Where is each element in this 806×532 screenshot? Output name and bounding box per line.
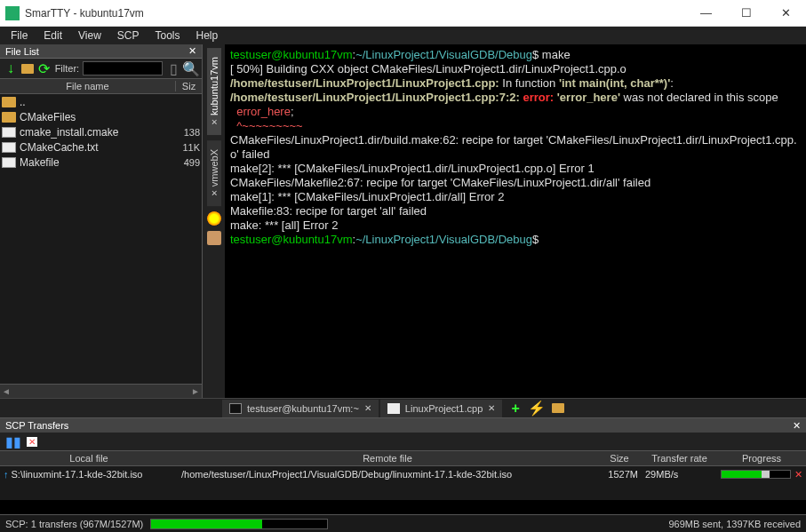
new-tab-button[interactable]: + — [506, 400, 525, 417]
file-size: 11K — [175, 142, 202, 153]
col-local-file[interactable]: Local file — [0, 453, 178, 464]
cancel-transfer-icon[interactable]: ✕ — [794, 469, 802, 480]
lightning-icon[interactable]: ⚡ — [527, 400, 547, 417]
filter-search-icon[interactable]: 🔍 — [184, 61, 198, 75]
scp-rate: 29MB/s — [642, 469, 717, 480]
scp-title: SCP Transfers — [5, 420, 68, 431]
close-icon[interactable]: ✕ — [210, 117, 219, 126]
file-row[interactable]: CMakeFiles — [0, 109, 202, 124]
file-row[interactable]: .. — [0, 94, 202, 109]
pause-icon[interactable]: ▮▮ — [5, 433, 21, 450]
open-folder-icon[interactable] — [21, 64, 34, 74]
file-name: .. — [20, 96, 175, 108]
close-button[interactable]: ✕ — [766, 0, 806, 27]
history-icon[interactable] — [207, 231, 221, 245]
scp-remote-file: /home/testuser/LinuxProject1/VisualGDB/D… — [178, 469, 597, 480]
vtab-kubuntu17vm[interactable]: ✕kubuntu17vm — [207, 48, 221, 135]
scp-transfers-panel: SCP Transfers ✕ ▮▮ ✕ Local file Remote f… — [0, 417, 806, 500]
scp-header: SCP Transfers ✕ — [0, 418, 806, 433]
file-row[interactable]: CMakeCache.txt11K — [0, 139, 202, 155]
scp-columns: Local file Remote file Size Transfer rat… — [0, 450, 806, 466]
scp-progress-cell: ✕ — [717, 469, 806, 480]
download-icon[interactable]: ↓ — [4, 61, 18, 75]
col-remote-file[interactable]: Remote file — [178, 453, 597, 464]
col-filesize[interactable]: Siz — [175, 81, 202, 91]
file-icon — [2, 127, 16, 138]
file-list-header: File List ✕ — [0, 44, 202, 59]
window-titlebar: SmarTTY - kubuntu17vm — ☐ ✕ — [0, 0, 806, 27]
file-name: CMakeFiles — [20, 111, 175, 123]
window-title: SmarTTY - kubuntu17vm — [25, 7, 686, 20]
tab-terminal[interactable]: testuser@kubuntu17vm:~ ✕ — [222, 400, 379, 417]
close-icon[interactable]: ✕ — [488, 403, 495, 413]
vtab-vmwebx[interactable]: ✕vmwebX — [207, 140, 221, 206]
folder-icon — [2, 112, 16, 123]
file-list-title: File List — [5, 46, 39, 57]
scp-toolbar: ▮▮ ✕ — [0, 433, 806, 450]
col-transfer-rate[interactable]: Transfer rate — [642, 453, 717, 464]
file-name: cmake_install.cmake — [20, 126, 175, 139]
close-icon[interactable]: ✕ — [210, 188, 219, 197]
minimize-button[interactable]: — — [686, 0, 726, 27]
menu-scp[interactable]: SCP — [110, 28, 147, 43]
file-list-close-icon[interactable]: ✕ — [188, 45, 196, 57]
menu-edit[interactable]: Edit — [36, 28, 69, 43]
cancel-all-icon[interactable]: ✕ — [27, 437, 37, 447]
status-progress-bar — [150, 519, 328, 529]
menu-view[interactable]: View — [71, 28, 108, 43]
vertical-tab-strip: ✕kubuntu17vm ✕vmwebX — [203, 44, 225, 398]
status-network: 969MB sent, 1397KB received — [668, 519, 801, 529]
file-icon — [387, 403, 400, 414]
status-transfers: SCP: 1 transfers (967M/1527M) — [5, 519, 143, 529]
file-name: CMakeCache.txt — [20, 141, 175, 154]
file-list-body: ..CMakeFilescmake_install.cmake138CMakeC… — [0, 94, 202, 170]
file-list-panel: File List ✕ ↓ ⟳ Filter: ▯ 🔍 File name Si… — [0, 44, 203, 398]
file-size: 138 — [175, 127, 202, 138]
file-list-hscroll[interactable]: ◄► — [0, 384, 202, 398]
scp-transfer-row[interactable]: ↑ S:\linuxmint-17.1-kde-32bit.iso /home/… — [0, 466, 806, 482]
file-icon — [2, 157, 16, 168]
menu-tools[interactable]: Tools — [148, 28, 188, 43]
filter-label: Filter: — [55, 63, 80, 74]
scp-progress-bar — [721, 470, 791, 479]
terminal-icon — [229, 403, 242, 414]
close-icon[interactable]: ✕ — [364, 403, 371, 413]
highlight-icon[interactable] — [207, 211, 221, 226]
file-list-columns: File name Siz — [0, 78, 202, 94]
file-size: 499 — [175, 157, 202, 168]
filter-clear-icon[interactable]: ▯ — [166, 61, 180, 75]
tab-linuxproject1-cpp[interactable]: LinuxProject1.cpp ✕ — [380, 400, 502, 417]
file-list-toolbar: ↓ ⟳ Filter: ▯ 🔍 — [0, 59, 202, 78]
scp-local-file: S:\linuxmint-17.1-kde-32bit.iso — [12, 469, 143, 480]
status-bar: SCP: 1 transfers (967M/1527M) 969MB sent… — [0, 514, 806, 532]
menu-help[interactable]: Help — [189, 28, 226, 43]
folder-icon[interactable] — [548, 400, 568, 417]
col-progress[interactable]: Progress — [717, 453, 806, 464]
scp-size: 1527M — [597, 469, 642, 480]
main-content: File List ✕ ↓ ⟳ Filter: ▯ 🔍 File name Si… — [0, 44, 806, 398]
app-icon — [5, 6, 20, 20]
menubar: File Edit View SCP Tools Help — [0, 27, 806, 44]
folder-icon — [2, 97, 16, 107]
col-size[interactable]: Size — [597, 453, 642, 464]
file-row[interactable]: cmake_install.cmake138 — [0, 124, 202, 139]
file-name: Makefile — [20, 156, 175, 169]
menu-file[interactable]: File — [4, 28, 35, 43]
file-row[interactable]: Makefile499 — [0, 155, 202, 170]
scp-close-icon[interactable]: ✕ — [793, 420, 801, 432]
filter-input[interactable] — [83, 61, 163, 75]
maximize-button[interactable]: ☐ — [726, 0, 766, 27]
upload-arrow-icon: ↑ — [4, 469, 9, 480]
col-filename[interactable]: File name — [0, 81, 175, 91]
terminal-output[interactable]: testuser@kubuntu17vm:~/LinuxProject1/Vis… — [225, 44, 806, 398]
file-icon — [2, 142, 16, 153]
bottom-tab-bar: testuser@kubuntu17vm:~ ✕ LinuxProject1.c… — [0, 398, 806, 417]
refresh-icon[interactable]: ⟳ — [37, 61, 52, 75]
